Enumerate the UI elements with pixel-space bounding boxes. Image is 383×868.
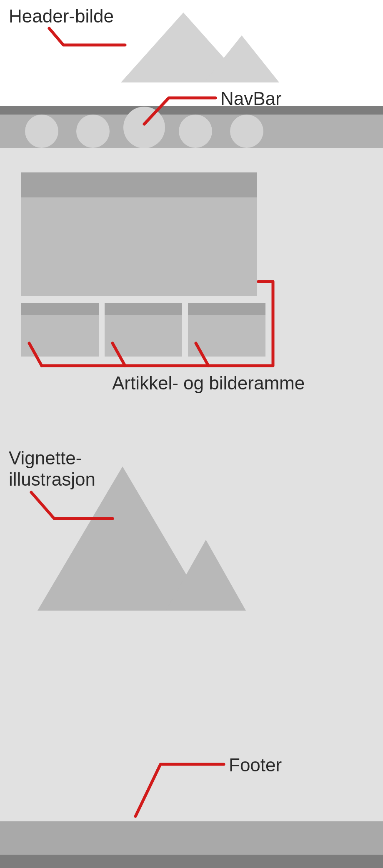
nav-item[interactable] (230, 115, 263, 148)
vignette-illustration-placeholder (0, 462, 383, 671)
footer-bottom-strip (0, 855, 383, 868)
article-frame-small[interactable] (105, 303, 182, 357)
article-frame-small[interactable] (188, 303, 265, 357)
navbar (0, 115, 383, 148)
callout-label-vignette: Vignette- illustrasjon (9, 448, 95, 490)
navbar-top-strip (0, 106, 383, 115)
article-frame-header (21, 172, 257, 197)
callout-label-header-image: Header-bilde (9, 6, 114, 27)
article-frame-header (105, 303, 182, 315)
article-frame-main[interactable] (21, 172, 257, 296)
nav-item[interactable] (25, 115, 58, 148)
footer (0, 821, 383, 855)
callout-label-article-frame: Artikkel- og bilderamme (112, 373, 305, 394)
article-frame-header (188, 303, 265, 315)
nav-item[interactable] (179, 115, 212, 148)
article-frame-small[interactable] (21, 303, 99, 357)
article-frame-header (21, 303, 99, 315)
callout-label-navbar: NavBar (220, 88, 282, 110)
nav-item[interactable] (76, 115, 110, 148)
callout-label-footer: Footer (229, 755, 282, 776)
nav-item-active[interactable] (123, 107, 165, 148)
